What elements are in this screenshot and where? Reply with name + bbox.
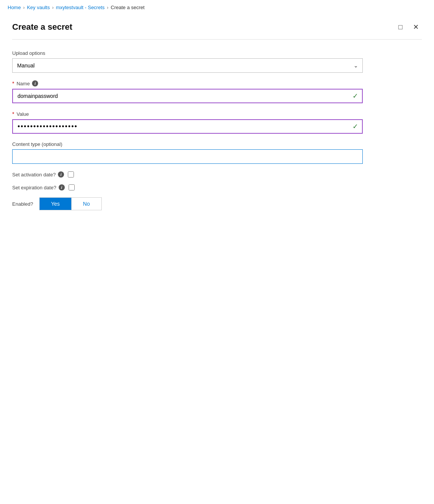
name-info-icon[interactable]: i bbox=[32, 80, 38, 86]
breadcrumb-sep-1: › bbox=[23, 5, 25, 10]
value-section: * Value ✓ bbox=[12, 111, 422, 134]
content-type-section: Content type (optional) bbox=[12, 141, 422, 164]
panel-header-actions: □ ✕ bbox=[394, 21, 422, 33]
panel-title: Create a secret bbox=[12, 22, 72, 32]
enabled-yes-button[interactable]: Yes bbox=[40, 198, 71, 210]
close-button[interactable]: ✕ bbox=[410, 21, 422, 33]
activation-date-label: Set activation date? i bbox=[12, 171, 64, 178]
panel-header: Create a secret □ ✕ bbox=[12, 15, 422, 40]
value-required-star: * bbox=[12, 111, 14, 117]
breadcrumb-vault-secrets[interactable]: mxytestvault - Secrets bbox=[56, 5, 105, 10]
breadcrumb-sep-2: › bbox=[52, 5, 54, 10]
name-required-star: * bbox=[12, 80, 14, 86]
enabled-toggle-group: Yes No bbox=[39, 197, 102, 210]
name-input[interactable] bbox=[12, 89, 363, 103]
name-input-wrapper: ✓ bbox=[12, 89, 363, 103]
maximize-button[interactable]: □ bbox=[394, 21, 407, 33]
content-type-label: Content type (optional) bbox=[12, 141, 422, 147]
breadcrumb: Home › Key vaults › mxytestvault - Secre… bbox=[0, 0, 434, 15]
content-type-input-wrapper bbox=[12, 149, 363, 164]
enabled-row: Enabled? Yes No bbox=[12, 197, 422, 210]
activation-date-checkbox[interactable] bbox=[68, 171, 74, 178]
breadcrumb-current: Create a secret bbox=[111, 5, 145, 10]
breadcrumb-key-vaults[interactable]: Key vaults bbox=[27, 5, 50, 10]
name-label: * Name i bbox=[12, 80, 422, 86]
breadcrumb-home[interactable]: Home bbox=[8, 5, 21, 10]
value-input[interactable] bbox=[12, 119, 363, 134]
upload-options-section: Upload options Manual Certificate ⌄ bbox=[12, 50, 422, 73]
create-secret-panel: Create a secret □ ✕ Upload options Manua… bbox=[0, 15, 434, 229]
upload-options-wrapper: Manual Certificate ⌄ bbox=[12, 58, 363, 73]
activation-date-info-icon[interactable]: i bbox=[58, 171, 64, 178]
value-label: * Value bbox=[12, 111, 422, 117]
upload-options-select[interactable]: Manual Certificate bbox=[12, 58, 363, 73]
name-section: * Name i ✓ bbox=[12, 80, 422, 103]
upload-options-label: Upload options bbox=[12, 50, 422, 56]
activation-date-row: Set activation date? i bbox=[12, 171, 422, 178]
enabled-label: Enabled? bbox=[12, 201, 33, 207]
expiration-date-checkbox[interactable] bbox=[69, 184, 75, 190]
expiration-date-label: Set expiration date? i bbox=[12, 184, 65, 190]
expiration-date-info-icon[interactable]: i bbox=[59, 184, 65, 190]
breadcrumb-sep-3: › bbox=[107, 5, 109, 10]
expiration-date-row: Set expiration date? i bbox=[12, 184, 422, 190]
content-type-input[interactable] bbox=[12, 149, 363, 164]
value-input-wrapper: ✓ bbox=[12, 119, 363, 134]
enabled-no-button[interactable]: No bbox=[71, 198, 101, 210]
